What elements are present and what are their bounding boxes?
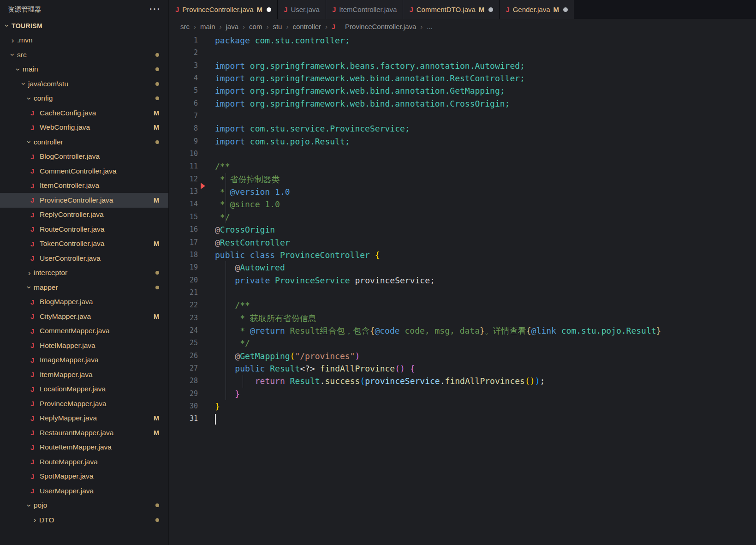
breadcrumb-item-stu[interactable]: stu — [273, 23, 282, 30]
breadcrumb-item-main[interactable]: main — [200, 23, 215, 30]
tree-item-routeitemmapper-java[interactable]: JRouteItemMapper.java — [0, 440, 168, 455]
code-line[interactable]: 4import org.springframework.web.bind.ann… — [169, 72, 756, 84]
breadcrumb-item-src[interactable]: src — [180, 23, 190, 30]
tab-gender-java[interactable]: JGender.javaM — [500, 0, 574, 19]
line-number[interactable]: 19 — [169, 261, 198, 274]
line-number[interactable]: 31 — [169, 413, 198, 425]
tab-commentdto-java[interactable]: JCommentDTO.javaM — [403, 0, 500, 19]
breadcrumb-more[interactable]: ... — [427, 23, 433, 30]
tree-item-citymapper-java[interactable]: JCityMapper.javaM — [0, 309, 168, 324]
tree-item-routemapper-java[interactable]: JRouteMapper.java — [0, 455, 168, 469]
code-line[interactable]: 5import org.springframework.web.bind.ann… — [169, 84, 756, 97]
code-line[interactable]: 26 @GetMapping("/provinces") — [169, 350, 756, 362]
tab-user-java[interactable]: JUser.java — [278, 0, 326, 19]
line-number[interactable]: 17 — [169, 236, 198, 249]
code-line[interactable]: 24 * @return Result组合包，包含{@code code, ms… — [169, 324, 756, 337]
code-line[interactable]: 22 /** — [169, 299, 756, 311]
tree-item-replymapper-java[interactable]: JReplyMapper.javaM — [0, 411, 168, 426]
breadcrumb-item-java[interactable]: java — [226, 23, 239, 30]
more-actions-icon[interactable]: ··· — [149, 7, 161, 12]
code-line[interactable]: 15 */ — [169, 211, 756, 223]
tree-item-blogcontroller-java[interactable]: JBlogController.java — [0, 150, 168, 164]
tree-item-spotmapper-java[interactable]: JSpotMapper.java — [0, 469, 168, 484]
code-line[interactable]: 10 — [169, 148, 756, 160]
line-number[interactable]: 26 — [169, 350, 198, 362]
breadcrumb-item-com[interactable]: com — [249, 23, 262, 30]
code-line[interactable]: 23 * 获取所有省份信息 — [169, 312, 756, 324]
tree-item-pojo[interactable]: ›pojo — [0, 498, 168, 513]
code-line[interactable]: 19 @Autowired — [169, 261, 756, 274]
code-line[interactable]: 1package com.stu.controller; — [169, 34, 756, 47]
code-line[interactable]: 9import com.stu.pojo.Result; — [169, 135, 756, 148]
line-number[interactable]: 27 — [169, 362, 198, 375]
line-number[interactable]: 7 — [169, 110, 198, 122]
tree-item-locationmapper-java[interactable]: JLocationMapper.java — [0, 382, 168, 397]
line-number[interactable]: 6 — [169, 97, 198, 110]
tab-provincecontroller-java[interactable]: JProvinceController.javaM — [169, 0, 278, 19]
line-number[interactable]: 24 — [169, 324, 198, 337]
code-line[interactable]: 28 return Result.success(provinceService… — [169, 375, 756, 387]
unsaved-dot-icon[interactable] — [488, 7, 493, 12]
code-line[interactable]: 25 */ — [169, 337, 756, 349]
breadcrumb-item-file[interactable]: ProvinceController.java — [345, 23, 416, 30]
tree-item-restaurantmapper-java[interactable]: JRestaurantMapper.javaM — [0, 425, 168, 440]
code-line[interactable]: 2 — [169, 47, 756, 59]
tree-item-dto[interactable]: ›DTO — [0, 513, 168, 527]
line-number[interactable]: 15 — [169, 211, 198, 223]
code-line[interactable]: 7 — [169, 110, 756, 122]
line-number[interactable]: 23 — [169, 312, 198, 324]
tab-itemcontroller-java[interactable]: JItemController.java — [326, 0, 403, 19]
line-number[interactable]: 11 — [169, 160, 198, 173]
code-line[interactable]: 30} — [169, 400, 756, 413]
line-number[interactable]: 25 — [169, 337, 198, 349]
tree-item-imagemapper-java[interactable]: JImageMapper.java — [0, 353, 168, 368]
line-number[interactable]: 10 — [169, 148, 198, 160]
unsaved-dot-icon[interactable] — [563, 7, 568, 12]
code-line[interactable]: 16@CrossOrigin — [169, 223, 756, 236]
tree-item-provincemapper-java[interactable]: JProvinceMapper.java — [0, 396, 168, 411]
tree-item-cacheconfig-java[interactable]: JCacheConfig.javaM — [0, 106, 168, 120]
tree-item-usermapper-java[interactable]: JUserMapper.java — [0, 484, 168, 498]
tree-item-itemmapper-java[interactable]: JItemMapper.java — [0, 367, 168, 382]
tree-item-commentmapper-java[interactable]: JCommentMapper.java — [0, 324, 168, 339]
code-line[interactable]: 6import org.springframework.web.bind.ann… — [169, 97, 756, 110]
code-line[interactable]: 20 private ProvinceService provinceServi… — [169, 274, 756, 287]
line-number[interactable]: 8 — [169, 122, 198, 135]
code-line[interactable]: 13 * @version 1.0 — [169, 186, 756, 198]
line-number[interactable]: 18 — [169, 249, 198, 261]
line-number[interactable]: 2 — [169, 47, 198, 59]
tree-item-blogmapper-java[interactable]: JBlogMapper.java — [0, 295, 168, 310]
code-line[interactable]: 14 * @since 1.0 — [169, 198, 756, 210]
tree-item-src[interactable]: ›src — [0, 48, 168, 62]
line-number[interactable]: 4 — [169, 72, 198, 84]
tree-item-controller[interactable]: ›controller — [0, 135, 168, 150]
code-line[interactable]: 29 } — [169, 388, 756, 400]
tree-item-mapper[interactable]: ›mapper — [0, 280, 168, 295]
code-editor[interactable]: 1package com.stu.controller;23import org… — [169, 34, 756, 425]
line-number[interactable]: 3 — [169, 60, 198, 72]
code-line[interactable]: 27 public Result<?> findAllProvince() { — [169, 362, 756, 375]
code-line[interactable]: 31 — [169, 413, 756, 425]
tree-item-routecontroller-java[interactable]: JRouteController.java — [0, 222, 168, 237]
line-number[interactable]: 29 — [169, 388, 198, 400]
code-line[interactable]: 12 * 省份控制器类 — [169, 173, 756, 186]
line-number[interactable]: 14 — [169, 198, 198, 210]
line-number[interactable]: 20 — [169, 274, 198, 287]
line-number[interactable]: 28 — [169, 375, 198, 387]
line-number[interactable]: 21 — [169, 287, 198, 299]
tree-item-hotelmapper-java[interactable]: JHotelMapper.java — [0, 338, 168, 353]
tree-item-interceptor[interactable]: ›interceptor — [0, 266, 168, 281]
unsaved-dot-icon[interactable] — [267, 7, 271, 12]
tree-item-tourism[interactable]: ›TOURISM — [0, 18, 168, 33]
tree-item-commentcontroller-java[interactable]: JCommentController.java — [0, 164, 168, 179]
code-line[interactable]: 17@RestController — [169, 236, 756, 249]
tree-item-replycontroller-java[interactable]: JReplyController.java — [0, 208, 168, 222]
tree-item-main[interactable]: ›main — [0, 62, 168, 77]
line-number[interactable]: 22 — [169, 299, 198, 311]
tree-item-mvn[interactable]: ›.mvn — [0, 33, 168, 48]
tree-item-java-com-stu[interactable]: ›java\com\stu — [0, 77, 168, 91]
tree-item-provincecontroller-java[interactable]: JProvinceController.javaM — [0, 193, 168, 208]
line-number[interactable]: 9 — [169, 135, 198, 148]
breadcrumb-item-controller[interactable]: controller — [292, 23, 321, 30]
tree-item-usercontroller-java[interactable]: JUserController.java — [0, 251, 168, 266]
